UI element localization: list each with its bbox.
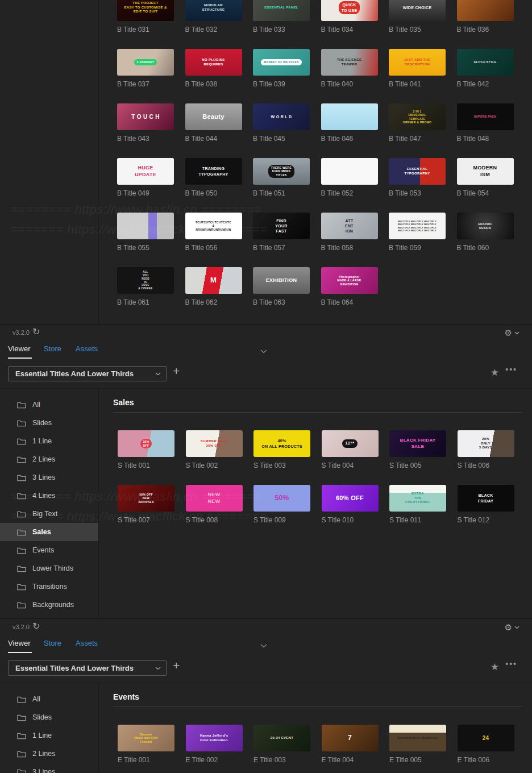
template-thumbnail[interactable] [321,103,378,130]
template-thumbnail[interactable]: 50% [253,485,310,512]
sidebar-category-item[interactable]: 4 Lines [0,487,98,505]
template-tile[interactable]: B Title 036 [457,0,514,34]
template-tile[interactable]: 4 JANUARY B Title 037 [117,49,174,88]
template-tile[interactable]: MODULAR STRUCTURE B Title 032 [185,0,242,34]
template-tile[interactable]: BLACK FRIDAY SALE S Title 005 [389,430,446,469]
template-thumbnail[interactable]: Hanna Jefford's First Exhibition [186,725,243,751]
sidebar-category-item[interactable]: 1 Line [0,432,98,450]
template-tile[interactable]: 30% OFF S Title 001 [118,430,174,469]
template-tile[interactable]: ESSENTIAL TYPOGRAPHY B Title 053 [389,158,446,197]
template-thumbnail[interactable]: T O U C H [117,103,174,130]
sidebar-category-item[interactable]: Events [0,541,98,559]
template-tile[interactable]: NEW NEW S Title 008 [186,485,243,524]
refresh-icon[interactable]: ↻ [32,621,40,631]
add-pack-button[interactable]: + [173,659,180,672]
settings-menu-button[interactable]: ⚙ [505,328,519,338]
template-thumbnail[interactable]: BLACK FRIDAY [458,485,514,512]
sidebar-category-item[interactable]: 2 Lines [0,450,98,468]
sidebar-category-item[interactable]: Big Text [0,505,98,523]
sidebar-category-item[interactable]: Lower Thirds [0,559,98,577]
template-thumbnail[interactable]: MODULAR STRUCTURE [185,0,242,21]
more-options-button[interactable]: ••• [505,659,517,668]
sidebar-category-item[interactable]: Sales [0,523,98,541]
favorite-star-icon[interactable]: ★ [491,367,499,379]
template-thumbnail[interactable]: Benedetti plays Beethoven [389,725,446,751]
pack-select-dropdown[interactable]: Essential Titles And Lower Thirds [8,366,167,381]
tab-viewer[interactable]: Viewer [8,344,31,353]
template-thumbnail[interactable]: THE SCIENCE TEAWER [321,49,378,76]
template-thumbnail[interactable]: TCUTCUTCUTCUTCUTC & NRUNRUNRUNRUNRUN [185,213,242,239]
template-tile[interactable]: Beauty B Title 044 [185,103,242,143]
template-tile[interactable]: 40% ON ALL PRODUCTS S Title 003 [253,430,310,469]
template-thumbnail[interactable]: W O R L D [253,103,310,130]
template-thumbnail[interactable] [321,158,378,185]
template-tile[interactable]: 24 E Title 006 [458,725,514,764]
sidebar-category-item[interactable]: All [0,690,98,708]
template-thumbnail[interactable]: EXTRA 70% EVERYTHING! [389,485,446,512]
template-tile[interactable]: Photographer MADE A LARGE EXHIBITION B T… [321,267,378,306]
template-thumbnail[interactable]: Beauty [185,103,242,130]
template-thumbnail[interactable]: ALL YOU NEED IS LOVE & COFFEE [117,267,174,294]
sidebar-category-item[interactable]: 3 Lines [0,468,98,487]
template-thumbnail[interactable]: 60% OFF [322,485,379,512]
template-tile[interactable]: MARKET OF BICYCLES B Title 039 [253,49,310,88]
template-tile[interactable]: 20-24 EVENT E Title 003 [253,725,310,764]
template-tile[interactable]: TRANDING TYPOGRAPHY B Title 050 [185,158,242,197]
template-thumbnail[interactable]: Photographer MADE A LARGE EXHIBITION [321,267,378,294]
collapse-chevron-icon[interactable] [260,350,267,354]
template-thumbnail[interactable]: SUMMER SALE 30% OFF [186,430,243,457]
template-thumbnail[interactable]: GRAPHIC DESIGN [457,213,514,239]
template-tile[interactable]: Benedetti plays Beethoven E Title 005 [389,725,446,764]
template-tile[interactable]: SUPERB PACK B Title 048 [457,103,514,143]
sidebar-category-item[interactable]: All [0,396,98,414]
template-tile[interactable]: ATT ENT ION B Title 058 [321,213,378,252]
template-tile[interactable]: Hanna Jefford's First Exhibition E Title… [186,725,243,764]
template-tile[interactable]: THE PROJECT EASY TO CUSTOMISE & EDIT TO … [117,0,174,34]
template-thumbnail[interactable]: BLACK FRIDAY SALE [389,430,446,457]
sidebar-category-item[interactable]: Backgrounds [0,596,98,614]
sidebar-category-item[interactable]: 2 Lines [0,745,98,763]
template-tile[interactable]: W O R L D B Title 045 [253,103,310,143]
template-thumbnail[interactable]: ESSENTIAL TYPOGRAPHY [389,158,446,185]
collapse-chevron-icon[interactable] [260,644,267,648]
template-tile[interactable]: NO PLUGINS REQUIRED B Title 038 [185,49,242,88]
template-thumbnail[interactable]: GLITCH STYLE [457,49,514,76]
template-tile[interactable]: HUGE UPDATE B Title 049 [117,158,174,197]
template-thumbnail[interactable] [457,0,514,21]
tab-assets[interactable]: Assets [76,344,98,353]
template-thumbnail[interactable]: MODERN ISM [457,158,514,185]
template-tile[interactable]: 20% ONLY 5 DAYS S Title 006 [458,430,514,469]
template-tile[interactable]: GLITCH STYLE B Title 042 [457,49,514,88]
template-tile[interactable]: T O U C H B Title 043 [117,103,174,143]
template-tile[interactable]: FIND YOUR FAST B Title 057 [253,213,310,252]
template-thumbnail[interactable]: 20-24 EVENT [253,725,310,751]
template-tile[interactable]: 7 E Title 004 [322,725,379,764]
template-tile[interactable]: QUICK TO USE B Title 034 [321,0,378,34]
template-thumbnail[interactable]: 50% OFF NEW ARRIVALS [118,485,174,512]
template-thumbnail[interactable]: JUST ADD THE DESCRIPTION [389,49,446,76]
template-thumbnail[interactable]: ATT ENT ION [321,213,378,239]
template-tile[interactable]: THE SCIENCE TEAWER B Title 040 [321,49,378,88]
tab-assets[interactable]: Assets [76,639,98,647]
template-tile[interactable]: ALL YOU NEED IS LOVE & COFFEE B Title 06… [117,267,174,306]
template-tile[interactable]: B Title 055 [117,213,174,252]
template-tile[interactable]: BLACK FRIDAY S Title 012 [458,485,514,524]
template-thumbnail[interactable]: 40% ON ALL PRODUCTS [253,430,310,457]
more-options-button[interactable]: ••• [505,365,517,374]
template-tile[interactable]: B Title 046 [321,103,378,143]
tab-viewer[interactable]: Viewer [8,639,31,647]
template-thumbnail[interactable]: ESSENTIAL PANEL [253,0,310,21]
template-thumbnail[interactable]: TRANDING TYPOGRAPHY [185,158,242,185]
settings-menu-button[interactable]: ⚙ [505,622,519,633]
pack-select-dropdown[interactable]: Essential Titles And Lower Thirds [8,660,167,676]
template-tile[interactable]: Summer Music and Chill Festival E Title … [118,725,174,764]
template-tile[interactable]: THERE WERE EVEN MORE TITLES B Title 051 [253,158,310,197]
template-thumbnail[interactable]: 4 JANUARY [117,49,174,76]
template-tile[interactable]: EXHIBITION B Title 063 [253,267,310,306]
template-tile[interactable]: M B Title 062 [185,267,242,306]
template-tile[interactable]: MODERN ISM B Title 054 [457,158,514,197]
template-tile[interactable]: EXTRA 70% EVERYTHING! S Title 011 [389,485,446,524]
template-tile[interactable]: WIDE CHOICE B Title 035 [389,0,446,34]
template-thumbnail[interactable]: 20% ONLY 5 DAYS [458,430,514,457]
template-tile[interactable]: JUST ADD THE DESCRIPTION B Title 041 [389,49,446,88]
